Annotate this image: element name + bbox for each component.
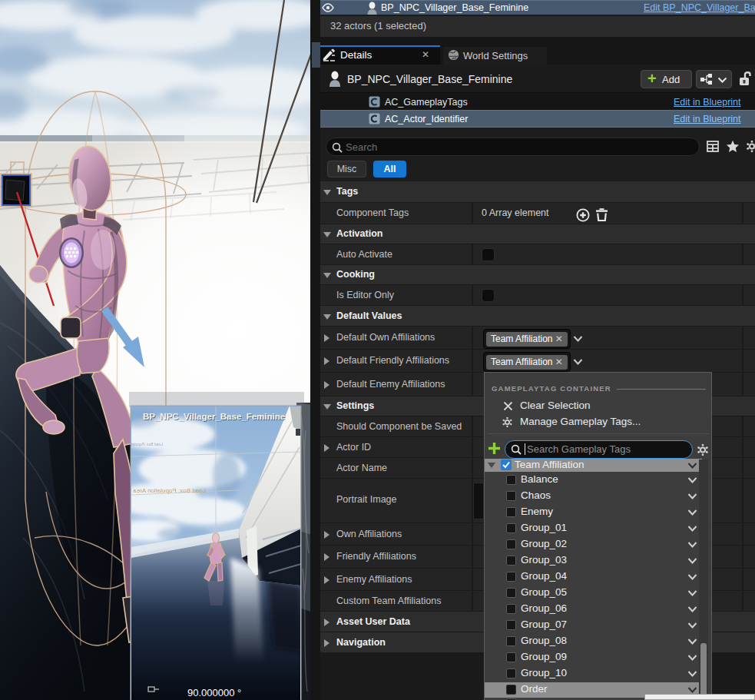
svg-text:BP_NPC_Villager_Base_Feminine: BP_NPC_Villager_Base_Feminine [143, 412, 285, 421]
svg-text:90.000000 °: 90.000000 ° [187, 687, 241, 698]
svg-text:Load Box: Population Area: Load Box: Population Area [133, 487, 206, 494]
